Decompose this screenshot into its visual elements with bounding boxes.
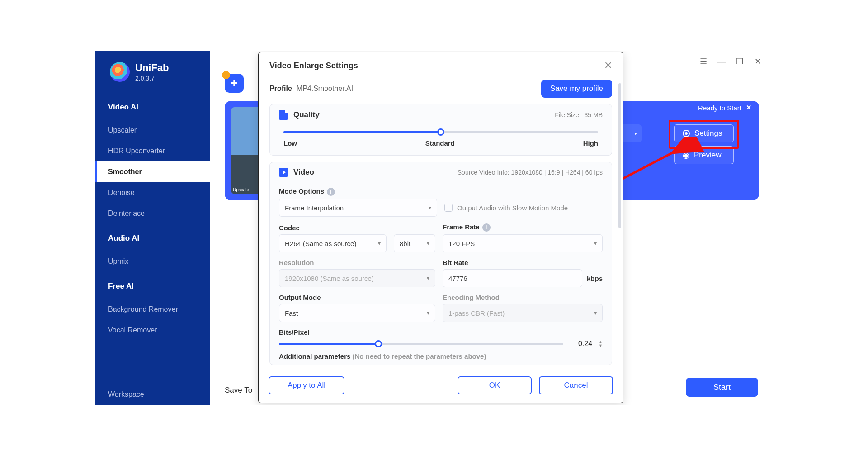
settings-button[interactable]: Settings	[674, 124, 734, 142]
nav-deinterlace[interactable]: Deinterlace	[95, 203, 210, 224]
scrollbar[interactable]	[618, 83, 621, 228]
output-audio-checkbox[interactable]	[444, 204, 453, 212]
additional-params: Additional parameters (No need to repeat…	[270, 352, 612, 365]
ok-button[interactable]: OK	[458, 376, 532, 394]
encoding-value: 1-pass CBR (Fast)	[448, 309, 505, 317]
mode-value: Frame Interpolation	[285, 204, 344, 212]
mode-select[interactable]: Frame Interpolation	[279, 199, 437, 217]
quality-title: Quality	[293, 110, 320, 119]
brand: UniFab 2.0.3.7	[95, 62, 210, 93]
save-to-label: Save To	[225, 386, 252, 395]
output-mode-select[interactable]: Fast	[279, 304, 435, 322]
brand-version: 2.0.3.7	[135, 75, 169, 82]
bitrate-unit: kbps	[587, 275, 603, 282]
quality-standard: Standard	[425, 139, 455, 147]
nav-section-audio-ai: Audio AI	[95, 224, 210, 251]
resolution-label: Resolution	[279, 259, 435, 266]
apply-to-all-button[interactable]: Apply to All	[269, 376, 344, 394]
profile-value: MP4.Smoother.AI	[297, 85, 353, 93]
codec-label: Codec	[279, 224, 387, 232]
video-section: Video Source Video Info: 1920x1080 | 16:…	[269, 162, 612, 365]
codec-select[interactable]: H264 (Same as source)	[279, 234, 387, 252]
quality-high: High	[583, 139, 598, 147]
bpp-slider-thumb[interactable]	[375, 340, 382, 347]
codec-value: H264 (Same as source)	[285, 240, 356, 247]
filesize-value: 35 MB	[585, 111, 603, 119]
bitdepth-select[interactable]: 8bit	[394, 234, 435, 252]
output-mode-value: Fast	[285, 309, 298, 317]
bitrate-input[interactable]: 47776	[443, 269, 582, 287]
nav-section-free-ai: Free AI	[95, 272, 210, 299]
nav-vocal-remover[interactable]: Vocal Remover	[95, 320, 210, 341]
modal-close-icon[interactable]: ✕	[604, 60, 612, 71]
framerate-label: Frame Ratei	[443, 223, 603, 232]
nav-denoise[interactable]: Denoise	[95, 182, 210, 203]
start-button[interactable]: Start	[686, 378, 758, 397]
save-profile-button[interactable]: Save my profile	[541, 80, 612, 98]
quality-slider[interactable]	[283, 131, 598, 133]
modal-title: Video Enlarge Settings	[269, 61, 358, 71]
quality-section: Quality File Size: 35 MB Low Standard Hi…	[269, 104, 612, 156]
bitdepth-value: 8bit	[400, 240, 410, 247]
titlebar: ☰ — ❐ ✕	[689, 51, 773, 72]
bpp-label: Bits/Pixel	[279, 328, 603, 336]
file-icon	[279, 110, 288, 120]
brand-logo-icon	[110, 62, 130, 82]
resolution-select: 1920x1080 (Same as source)	[279, 269, 435, 287]
close-window-icon[interactable]: ✕	[754, 57, 762, 66]
cancel-button[interactable]: Cancel	[539, 376, 613, 394]
bpp-slider[interactable]	[279, 343, 563, 345]
sidebar: UniFab 2.0.3.7 Video AI Upscaler HDR Upc…	[95, 51, 210, 405]
gear-icon	[683, 130, 690, 137]
nav-smoother[interactable]: Smoother	[95, 162, 210, 182]
quality-slider-thumb[interactable]	[437, 128, 444, 136]
encoding-method-select: 1-pass CBR (Fast)	[443, 304, 603, 322]
panel-close-icon[interactable]: ✕	[746, 104, 752, 112]
preview-button[interactable]: ◉ Preview	[674, 146, 734, 164]
framerate-select[interactable]: 120 FPS	[443, 234, 603, 252]
filesize-label: File Size:	[555, 111, 581, 119]
eye-icon: ◉	[683, 151, 689, 160]
output-mode-label: Output Mode	[279, 294, 435, 301]
play-icon	[279, 168, 288, 177]
resolution-value: 1920x1080 (Same as source)	[285, 275, 374, 282]
nav-hdr-upconverter[interactable]: HDR Upconverter	[95, 141, 210, 162]
quality-low: Low	[283, 139, 297, 147]
ready-status: Ready to Start	[698, 104, 741, 112]
profile-label: Profile	[269, 85, 292, 93]
info-icon[interactable]: i	[327, 188, 335, 196]
nav-workspace[interactable]: Workspace	[95, 384, 210, 405]
menu-icon[interactable]: ☰	[699, 57, 708, 66]
maximize-icon[interactable]: ❐	[736, 57, 744, 66]
encoding-method-label: Encoding Method	[443, 294, 603, 301]
bpp-stepper[interactable]: ▲▼	[599, 340, 603, 347]
nav-section-video-ai: Video AI	[95, 93, 210, 120]
bpp-value: 0.24	[570, 340, 592, 348]
bitrate-label: Bit Rate	[443, 259, 603, 266]
output-audio-label: Output Audio with Slow Motion Mode	[457, 204, 568, 212]
preview-label: Preview	[694, 151, 721, 160]
app-window: UniFab 2.0.3.7 Video AI Upscaler HDR Upc…	[95, 51, 773, 405]
settings-modal: Video Enlarge Settings ✕ Profile MP4.Smo…	[258, 52, 623, 403]
mode-options-label: Mode Optionsi	[279, 187, 437, 196]
minimize-icon[interactable]: —	[717, 57, 726, 66]
brand-name: UniFab	[135, 62, 169, 74]
nav-upscaler[interactable]: Upscaler	[95, 120, 210, 141]
framerate-value: 120 FPS	[448, 240, 475, 247]
nav-upmix[interactable]: Upmix	[95, 251, 210, 272]
info-icon[interactable]: i	[482, 223, 491, 232]
bitrate-value: 47776	[448, 275, 467, 282]
thumb-caption: Upscale	[233, 187, 249, 192]
source-video-info: Source Video Info: 1920x1080 | 16:9 | H2…	[458, 169, 603, 176]
settings-label: Settings	[694, 129, 722, 138]
nav-background-remover[interactable]: Background Remover	[95, 299, 210, 320]
add-file-button[interactable]: +	[225, 74, 244, 93]
video-title: Video	[293, 168, 314, 177]
